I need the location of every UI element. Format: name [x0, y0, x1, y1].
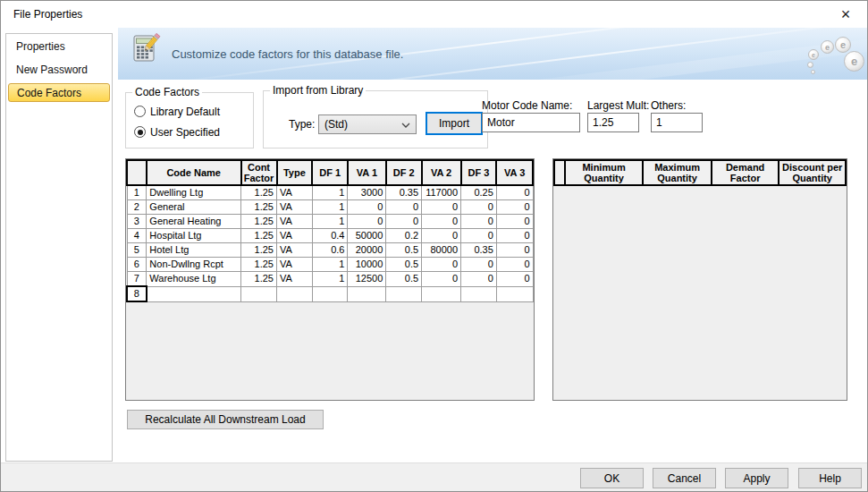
recalculate-button[interactable]: Recalculate All Downstream Load	[127, 410, 324, 429]
row-number-cell[interactable]: 3	[127, 215, 147, 229]
grid-cell[interactable]: VA	[277, 272, 313, 287]
grid-cell[interactable]: 0	[496, 243, 533, 258]
column-header[interactable]: VA 2	[422, 160, 461, 185]
grid-cell[interactable]: 80000	[422, 243, 461, 258]
grid-cell[interactable]: 0.5	[386, 243, 422, 258]
grid-cell[interactable]: 0.35	[461, 243, 497, 258]
grid-cell[interactable]: 10000	[348, 258, 386, 272]
row-number-cell[interactable]: 4	[127, 229, 147, 243]
grid-cell[interactable]: 1	[312, 215, 348, 229]
motor-code-name-input[interactable]	[482, 113, 580, 132]
grid-cell[interactable]: Non-Dwllng Rcpt	[147, 258, 241, 272]
grid-cell[interactable]: VA	[277, 215, 313, 229]
grid-cell[interactable]: 0.35	[386, 185, 422, 200]
grid-cell[interactable]: 0	[461, 200, 497, 215]
grid-cell[interactable]	[147, 286, 241, 301]
type-dropdown[interactable]: (Std)	[318, 115, 417, 134]
grid-cell[interactable]: VA	[277, 229, 313, 243]
grid-cell[interactable]	[422, 286, 461, 301]
grid-cell[interactable]: 0	[422, 272, 461, 287]
sidebar-item-new-password[interactable]: New Password	[8, 61, 110, 80]
column-header[interactable]: DF 1	[312, 160, 348, 185]
row-number-cell[interactable]: 8	[127, 286, 147, 301]
grid-cell[interactable]: 1.25	[241, 200, 277, 215]
grid-cell[interactable]	[277, 286, 313, 301]
grid-cell[interactable]	[386, 286, 422, 301]
grid-cell[interactable]: VA	[277, 200, 313, 215]
grid-cell[interactable]: 0	[422, 200, 461, 215]
grid-cell[interactable]: 0	[461, 229, 497, 243]
grid-cell[interactable]: Dwelling Ltg	[147, 185, 241, 200]
grid-cell[interactable]: 0.6	[312, 243, 348, 258]
row-number-cell[interactable]: 7	[127, 272, 147, 287]
grid-cell[interactable]: 0	[461, 258, 497, 272]
grid-cell[interactable]: 0	[461, 215, 497, 229]
apply-button[interactable]: Apply	[725, 468, 788, 488]
row-number-cell[interactable]: 1	[127, 185, 147, 200]
grid-cell[interactable]: 0	[496, 215, 533, 229]
grid-cell[interactable]	[241, 286, 277, 301]
sidebar-item-properties[interactable]: Properties	[8, 38, 110, 56]
grid-cell[interactable]: 0.5	[386, 272, 422, 287]
grid-cell[interactable]: 0	[461, 272, 497, 287]
grid-cell[interactable]	[496, 286, 533, 301]
column-header[interactable]: Minimum Quantity	[565, 160, 643, 185]
column-header[interactable]: VA 1	[348, 160, 386, 185]
grid-cell[interactable]: 0	[422, 258, 461, 272]
grid-cell[interactable]: 1	[312, 258, 348, 272]
grid-cell[interactable]: 0.4	[312, 229, 348, 243]
grid-cell[interactable]: General	[147, 200, 241, 215]
grid-cell[interactable]: 0	[422, 215, 461, 229]
grid-cell[interactable]: 1.25	[241, 185, 277, 200]
column-header[interactable]: Cont Factor	[241, 160, 277, 185]
grid-cell[interactable]: 0	[496, 258, 533, 272]
column-header[interactable]: Demand Factor	[712, 160, 780, 185]
row-number-cell[interactable]: 2	[127, 200, 147, 215]
grid-cell[interactable]: 12500	[348, 272, 386, 287]
close-button[interactable]: ×	[835, 4, 856, 24]
grid-cell[interactable]: 0	[386, 200, 422, 215]
grid-cell[interactable]: 0	[386, 215, 422, 229]
others-input[interactable]	[651, 113, 703, 132]
grid-cell[interactable]: VA	[277, 258, 313, 272]
grid-cell[interactable]: 0.2	[386, 229, 422, 243]
import-button[interactable]: Import	[426, 112, 483, 135]
grid-cell[interactable]: 0	[496, 229, 533, 243]
row-number-cell[interactable]: 6	[127, 258, 147, 272]
radio-user-specified[interactable]: User Specified	[134, 125, 220, 139]
grid-cell[interactable]: 117000	[422, 185, 461, 200]
grid-cell[interactable]: 1.25	[241, 215, 277, 229]
ok-button[interactable]: OK	[580, 468, 644, 488]
grid-cell[interactable]: 0	[496, 272, 533, 287]
column-header[interactable]	[127, 160, 147, 185]
grid-cell[interactable]	[348, 286, 386, 301]
grid-cell[interactable]: 50000	[348, 229, 386, 243]
grid-cell[interactable]: 0.25	[461, 185, 497, 200]
column-header[interactable]: Type	[277, 160, 313, 185]
column-header[interactable]: Code Name	[147, 160, 241, 185]
sidebar-item-code-factors[interactable]: Code Factors	[8, 83, 110, 102]
grid-cell[interactable]: VA	[277, 243, 313, 258]
grid-cell[interactable]: 0	[348, 215, 386, 229]
grid-cell[interactable]: 1.25	[241, 272, 277, 287]
column-header[interactable]: Maximum Quantity	[643, 160, 712, 185]
grid-cell[interactable]: 1.25	[241, 258, 277, 272]
grid-cell[interactable]: Hotel Ltg	[147, 243, 241, 258]
grid-cell[interactable]	[461, 286, 497, 301]
grid-cell[interactable]: 0	[348, 200, 386, 215]
row-number-cell[interactable]: 5	[127, 243, 147, 258]
column-header[interactable]	[554, 160, 565, 185]
grid-cell[interactable]: 0.5	[386, 258, 422, 272]
cancel-button[interactable]: Cancel	[653, 468, 716, 488]
grid-cell[interactable]: 1	[312, 200, 348, 215]
help-button[interactable]: Help	[798, 468, 862, 488]
grid-cell[interactable]: 1.25	[241, 243, 277, 258]
grid-cell[interactable]: 0	[496, 185, 533, 200]
grid-cell[interactable]: 20000	[348, 243, 386, 258]
column-header[interactable]: Discount per Quantity	[779, 160, 846, 185]
column-header[interactable]: VA 3	[496, 160, 533, 185]
grid-cell[interactable]: 0	[422, 229, 461, 243]
largest-mult-input[interactable]	[587, 113, 639, 132]
column-header[interactable]: DF 2	[386, 160, 422, 185]
grid-cell[interactable]: General Heating	[147, 215, 241, 229]
